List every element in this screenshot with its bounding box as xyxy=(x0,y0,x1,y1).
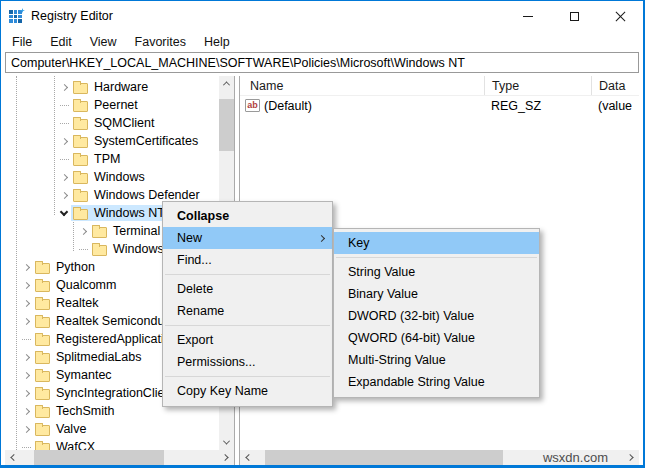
folder-icon xyxy=(73,137,88,148)
chevron-right-icon[interactable] xyxy=(19,260,33,274)
close-button[interactable] xyxy=(597,1,643,31)
chevron-left-icon xyxy=(245,454,252,461)
tree-item-tpm[interactable]: TPM xyxy=(5,150,219,168)
menu-file[interactable]: File xyxy=(3,33,41,51)
tree-item-label: Windows Defender xyxy=(94,188,200,202)
scroll-left-button[interactable] xyxy=(5,450,20,465)
menu-item-delete[interactable]: Delete xyxy=(163,278,332,300)
folder-icon xyxy=(35,281,50,292)
column-header-data[interactable]: Data xyxy=(591,76,639,95)
scroll-up-button[interactable] xyxy=(219,76,234,91)
chevron-right-icon[interactable] xyxy=(19,422,33,436)
menu-edit[interactable]: Edit xyxy=(41,33,81,51)
menu-item-binary-value[interactable]: Binary Value xyxy=(334,283,539,305)
menu-item-expandable-string-value[interactable]: Expandable String Value xyxy=(334,371,539,393)
menu-item-qword-64-bit-value[interactable]: QWORD (64-bit) Value xyxy=(334,327,539,349)
tree-item-label: Qualcomm xyxy=(56,278,116,292)
scroll-right-button[interactable] xyxy=(219,450,234,465)
tree-item-label: Python xyxy=(56,260,95,274)
tree-connector xyxy=(19,332,33,346)
tree-item-windows[interactable]: Windows xyxy=(5,168,219,186)
maximize-button[interactable] xyxy=(551,1,597,31)
tree-item-peernet[interactable]: Peernet xyxy=(5,96,219,114)
chevron-right-icon[interactable] xyxy=(19,278,33,292)
chevron-right-icon[interactable] xyxy=(19,404,33,418)
tree-connector xyxy=(57,98,71,112)
tree-item-sqmclient[interactable]: SQMClient xyxy=(5,114,219,132)
folder-icon xyxy=(92,227,107,238)
tree-connector xyxy=(57,116,71,130)
chevron-right-icon[interactable] xyxy=(57,80,71,94)
tree-horizontal-scrollbar[interactable] xyxy=(5,450,234,465)
scroll-thumb[interactable] xyxy=(219,99,234,151)
tree-item-label: Peernet xyxy=(94,98,138,112)
chevron-right-icon[interactable] xyxy=(19,314,33,328)
menu-item-multi-string-value[interactable]: Multi-String Value xyxy=(334,349,539,371)
address-bar[interactable]: Computer\HKEY_LOCAL_MACHINE\SOFTWARE\Pol… xyxy=(5,52,639,73)
tree-item-label: Windows NT xyxy=(94,206,165,220)
folder-icon xyxy=(73,101,88,112)
chevron-right-icon[interactable] xyxy=(76,224,90,238)
scroll-thumb[interactable] xyxy=(34,450,164,465)
chevron-down-icon xyxy=(223,438,230,445)
folder-icon xyxy=(73,83,88,94)
menu-item-copy-key-name[interactable]: Copy Key Name xyxy=(163,380,332,402)
menu-item-new[interactable]: New xyxy=(163,227,332,249)
chevron-up-icon xyxy=(223,81,230,88)
tree-item-systemcertificates[interactable]: SystemCertificates xyxy=(5,132,219,150)
chevron-right-icon[interactable] xyxy=(19,386,33,400)
string-value-icon: ab xyxy=(245,99,260,112)
minimize-button[interactable] xyxy=(505,1,551,31)
menu-item-find[interactable]: Find... xyxy=(163,249,332,271)
folder-icon xyxy=(73,173,88,184)
chevron-right-icon[interactable] xyxy=(57,134,71,148)
menu-view[interactable]: View xyxy=(81,33,126,51)
folder-icon xyxy=(73,191,88,202)
scroll-track[interactable] xyxy=(20,450,219,465)
chevron-right-icon[interactable] xyxy=(57,188,71,202)
menu-item-string-value[interactable]: String Value xyxy=(334,261,539,283)
registry-editor-window: Registry Editor FileEditViewFavoritesHel… xyxy=(0,0,645,468)
menu-item-export[interactable]: Export xyxy=(163,329,332,351)
value-type: REG_SZ xyxy=(484,99,591,113)
chevron-right-icon[interactable] xyxy=(19,368,33,382)
new-submenu: KeyString ValueBinary ValueDWORD (32-bit… xyxy=(333,228,540,398)
tree-item-label: Realtek xyxy=(56,296,98,310)
chevron-right-icon[interactable] xyxy=(57,170,71,184)
scroll-down-button[interactable] xyxy=(219,435,234,450)
scroll-thumb[interactable] xyxy=(265,450,503,465)
tree-connector xyxy=(57,152,71,166)
title-bar[interactable]: Registry Editor xyxy=(1,1,643,31)
menu-item-key[interactable]: Key xyxy=(334,232,539,254)
menu-item-collapse[interactable]: Collapse xyxy=(163,205,332,227)
menu-item-label: Export xyxy=(177,333,213,347)
chevron-right-icon[interactable] xyxy=(19,296,33,310)
tree-item-hardware[interactable]: Hardware xyxy=(5,78,219,96)
scroll-left-button[interactable] xyxy=(240,450,255,465)
value-row-default[interactable]: ab (Default) REG_SZ (value xyxy=(240,96,639,115)
tree-item-wafcx[interactable]: WafCX xyxy=(5,438,219,450)
folder-icon xyxy=(35,263,50,274)
folder-icon xyxy=(35,425,50,436)
menu-item-label: Permissions... xyxy=(177,355,256,369)
tree-item-valve[interactable]: Valve xyxy=(5,420,219,438)
menu-item-label: DWORD (32-bit) Value xyxy=(348,309,474,323)
scroll-track[interactable]: wsxdn.com xyxy=(255,450,624,465)
chevron-right-icon[interactable] xyxy=(19,350,33,364)
menu-item-rename[interactable]: Rename xyxy=(163,300,332,322)
value-name: (Default) xyxy=(264,99,312,113)
menu-item-permissions[interactable]: Permissions... xyxy=(163,351,332,373)
values-horizontal-scrollbar[interactable]: wsxdn.com xyxy=(240,450,639,465)
scroll-right-button[interactable] xyxy=(624,450,639,465)
menu-item-dword-32-bit-value[interactable]: DWORD (32-bit) Value xyxy=(334,305,539,327)
tree-item-label: Windows xyxy=(94,170,145,184)
menu-help[interactable]: Help xyxy=(195,33,239,51)
tree-item-label: SystemCertificates xyxy=(94,134,198,148)
column-header-type[interactable]: Type xyxy=(484,76,591,95)
menu-favorites[interactable]: Favorites xyxy=(126,33,195,51)
chevron-down-icon[interactable] xyxy=(57,206,71,220)
tree-item-label: SyncIntegrationClie xyxy=(56,386,164,400)
folder-icon xyxy=(73,209,88,220)
folder-icon xyxy=(35,389,50,400)
column-header-name[interactable]: Name xyxy=(240,76,484,95)
